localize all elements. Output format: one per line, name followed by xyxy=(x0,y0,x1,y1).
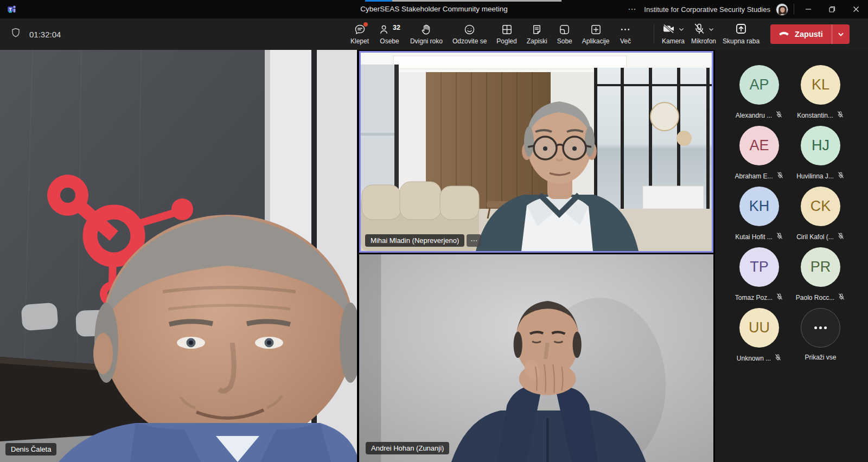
name-label-denis: Denis Čaleta xyxy=(5,443,56,455)
view-icon xyxy=(501,23,513,36)
video-tile-mihai[interactable]: Mihai Mladin (Nepreverjeno) ⋯ xyxy=(359,51,713,253)
account-name[interactable]: Institute for Corporative Security Studi… xyxy=(644,5,770,14)
people-button[interactable]: 32 Osebe xyxy=(374,18,405,50)
top-progress-bar-gray xyxy=(392,0,561,2)
participant-ciril[interactable]: CK Ciril Kafol (... xyxy=(790,187,851,247)
participant-name: Unknown ... xyxy=(737,355,771,362)
avatar[interactable]: AP xyxy=(739,65,779,105)
participant-tomaz[interactable]: TP Tomaz Poz... xyxy=(729,247,790,308)
titlebar-separator xyxy=(794,4,794,15)
notes-button[interactable]: Zapiski xyxy=(522,18,552,50)
participant-name: Konstantin... xyxy=(797,112,833,119)
share-button[interactable]: Skupna raba xyxy=(719,23,763,45)
overflow-dots-icon[interactable] xyxy=(801,308,840,348)
name-label-andrei: Andrei Hohan (Zunanji) xyxy=(366,442,449,454)
avatar[interactable]: KL xyxy=(801,65,840,105)
mihai-video-feed xyxy=(361,53,712,251)
name-label-mihai: Mihai Mladin (Nepreverjeno) xyxy=(365,234,464,247)
meeting-timer: 01:32:04 xyxy=(29,30,61,39)
avatar[interactable]: HJ xyxy=(801,126,840,165)
chat-badge xyxy=(363,22,368,27)
video-tile-denis[interactable]: Denis Čaleta xyxy=(0,50,357,462)
rooms-icon xyxy=(558,23,571,36)
mic-muted-icon xyxy=(776,232,783,242)
mic-muted-icon xyxy=(775,111,783,120)
mihai-more-options[interactable]: ⋯ xyxy=(467,234,481,247)
avatar[interactable]: UU xyxy=(739,308,779,348)
notes-icon xyxy=(531,23,543,36)
mic-muted-icon xyxy=(838,293,845,303)
chat-icon xyxy=(354,23,366,36)
raise-hand-icon xyxy=(420,23,432,36)
participant-abraham[interactable]: AE Abraham E... xyxy=(729,126,790,187)
show-all-label: Prikaži vse xyxy=(805,354,836,361)
participants-sidebar: AP Alexandru ... KL Konstantin... AE Abr… xyxy=(715,50,868,462)
camera-chevron-icon[interactable] xyxy=(678,25,685,35)
minimize-button[interactable] xyxy=(796,0,820,18)
participant-name: Ciril Kafol (... xyxy=(796,233,834,241)
microphone-chevron-icon[interactable] xyxy=(708,25,714,35)
rooms-button[interactable]: Sobe xyxy=(552,18,577,50)
participant-name: Abraham E... xyxy=(735,172,773,180)
participant-name: Kutai Hofit ... xyxy=(735,233,773,241)
participant-name: Tomaz Poz... xyxy=(735,294,773,301)
avatar[interactable]: PR xyxy=(801,247,840,287)
avatar[interactable]: AE xyxy=(739,126,779,165)
raise-hand-button[interactable]: Dvigni roko xyxy=(405,18,448,50)
video-stage: Denis Čaleta xyxy=(0,50,715,462)
participant-name: Huvilinna J... xyxy=(796,172,834,180)
participant-kutai[interactable]: KH Kutai Hofit ... xyxy=(729,187,790,247)
participant-unknown[interactable]: UU Unknown ... xyxy=(729,308,790,369)
camera-button[interactable]: Kamera xyxy=(659,23,688,45)
participant-huvilinna[interactable]: HJ Huvilinna J... xyxy=(790,126,851,187)
titlebar-overflow-icon[interactable]: ⋯ xyxy=(620,4,644,14)
titlebar: CyberSEAS Stakeholder Community meeting … xyxy=(0,0,868,18)
mic-muted-icon xyxy=(776,293,783,303)
hangup-icon xyxy=(778,27,790,41)
meeting-toolbar: 01:32:04 Klepet 32 Osebe xyxy=(0,18,868,50)
more-icon xyxy=(619,23,631,36)
mic-muted-icon xyxy=(837,232,845,242)
participant-paolo[interactable]: PR Paolo Rocc... xyxy=(790,247,851,308)
restore-button[interactable] xyxy=(820,0,844,18)
shield-icon[interactable] xyxy=(10,27,22,41)
top-progress-bar-blue xyxy=(365,0,392,2)
close-button[interactable] xyxy=(844,0,868,18)
leave-button[interactable]: Zapusti xyxy=(770,24,850,44)
mic-muted-icon xyxy=(774,354,782,363)
participant-name: Alexandru ... xyxy=(736,112,772,119)
participant-alexandru[interactable]: AP Alexandru ... xyxy=(729,65,790,126)
mic-off-icon xyxy=(693,22,706,37)
people-count: 32 xyxy=(393,24,400,31)
denis-video-feed xyxy=(0,50,357,462)
avatar[interactable]: CK xyxy=(801,187,840,226)
avatar[interactable]: KH xyxy=(739,187,779,226)
video-tile-andrei[interactable]: Andrei Hohan (Zunanji) xyxy=(359,254,713,462)
leave-chevron-icon[interactable] xyxy=(832,24,850,44)
mic-muted-icon xyxy=(837,111,844,120)
show-all-participants[interactable]: Prikaži vse xyxy=(790,308,851,369)
apps-icon xyxy=(590,23,602,36)
account-avatar[interactable] xyxy=(776,3,788,16)
share-icon xyxy=(735,22,748,37)
view-button[interactable]: Pogled xyxy=(492,18,521,50)
react-icon xyxy=(463,23,476,36)
participant-name: Paolo Rocc... xyxy=(796,294,834,301)
andrei-video-feed xyxy=(359,254,713,462)
mic-muted-icon xyxy=(837,171,845,181)
toolbar-separator xyxy=(654,25,654,43)
mic-muted-icon xyxy=(776,171,784,181)
participant-konstantin[interactable]: KL Konstantin... xyxy=(790,65,851,126)
chat-button[interactable]: Klepet xyxy=(346,18,374,50)
avatar[interactable]: TP xyxy=(739,247,779,287)
camera-off-icon xyxy=(662,22,676,37)
apps-button[interactable]: Aplikacije xyxy=(577,18,615,50)
people-icon xyxy=(379,23,391,38)
more-button[interactable]: Več xyxy=(614,18,636,50)
react-button[interactable]: Odzovite se xyxy=(448,18,492,50)
microphone-button[interactable]: Mikrofon xyxy=(688,23,719,45)
